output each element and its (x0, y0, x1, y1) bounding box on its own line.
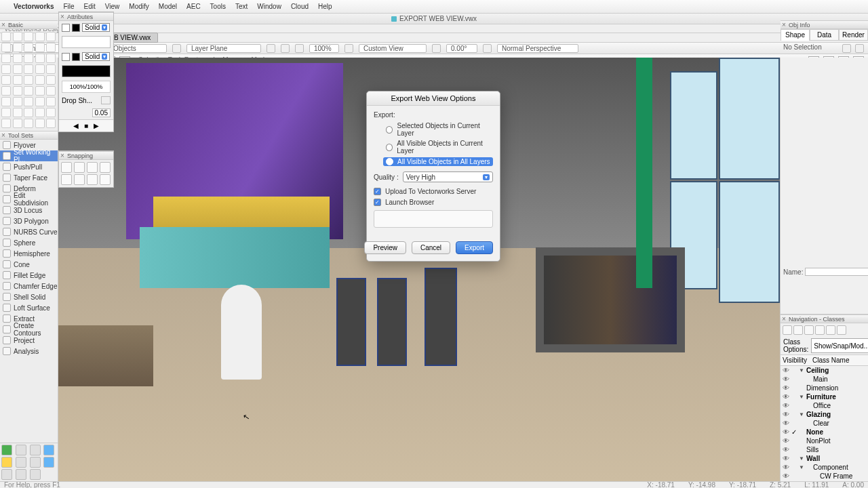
basic-tool-17[interactable] (24, 64, 33, 74)
toolset-shell-solid[interactable]: Shell Solid (0, 291, 58, 302)
tb-icon-7[interactable] (344, 44, 353, 53)
visibility-icon[interactable]: 👁 (782, 393, 790, 401)
visibility-icon[interactable]: 👁 (782, 375, 790, 383)
menu-modify[interactable]: Modify (129, 3, 149, 10)
lb-icon-11[interactable] (30, 469, 41, 480)
visibility-icon[interactable]: 👁 (782, 402, 790, 409)
basic-tool-6[interactable] (13, 43, 22, 52)
basic-tool-44[interactable] (46, 119, 56, 128)
basic-tool-38[interactable] (35, 108, 45, 117)
view-drop[interactable]: Custom View (359, 44, 427, 53)
class-component[interactable]: 👁▼Component (781, 463, 868, 472)
opacity-field[interactable]: 100%/100% (62, 81, 111, 93)
toolset-analysis[interactable]: Analysis (0, 346, 58, 357)
basic-tool-0[interactable] (1, 32, 11, 41)
basic-tool-14[interactable] (46, 54, 56, 63)
name-input[interactable] (805, 268, 868, 276)
objinfo-head[interactable]: Obj Info (781, 20, 868, 29)
lb-icon-6[interactable] (16, 457, 26, 468)
tb-icon-4[interactable] (267, 44, 275, 53)
tb-icon-9[interactable] (483, 44, 492, 53)
toolset-loft-surface[interactable]: Loft Surface (0, 302, 58, 313)
visibility-icon[interactable]: 👁 (782, 464, 790, 471)
menu-tools[interactable]: Tools (210, 3, 226, 10)
pen-drop[interactable]: Solid▾ (82, 52, 110, 61)
basic-tool-34[interactable] (46, 97, 56, 106)
lb-icon-7[interactable] (30, 457, 41, 468)
nav-icon-6[interactable] (837, 325, 846, 335)
lb-icon-4[interactable] (43, 445, 54, 455)
basic-tool-15[interactable] (1, 64, 11, 74)
class-furniture[interactable]: 👁▼Furniture (781, 392, 868, 401)
class-ceiling[interactable]: 👁▼Ceiling (781, 366, 868, 375)
visibility-icon[interactable]: 👁 (782, 411, 790, 418)
menu-view[interactable]: View (105, 3, 120, 10)
toolset-nurbs-curve[interactable]: NURBS Curve (0, 226, 58, 237)
visibility-icon[interactable]: 👁 (782, 367, 790, 374)
radio-visible-layer[interactable]: All Visible Objects in Current Layer (386, 140, 493, 155)
basic-tool-10[interactable] (1, 54, 11, 63)
visibility-icon[interactable]: 👁 (782, 420, 790, 427)
export-button[interactable]: Export (456, 241, 493, 254)
basic-tool-12[interactable] (24, 54, 33, 63)
menu-edit[interactable]: Edit (84, 3, 96, 10)
basic-palette-head[interactable]: Basic (0, 20, 58, 29)
check-launch[interactable]: ✓Launch Browser (374, 199, 493, 206)
angle-field[interactable]: 0.00° (446, 44, 477, 53)
fill-drop[interactable]: Solid▾ (82, 23, 110, 32)
cancel-button[interactable]: Cancel (412, 241, 450, 254)
basic-tool-42[interactable] (24, 119, 33, 128)
menu-window[interactable]: Window (257, 3, 281, 10)
class-clear[interactable]: 👁Clear (781, 419, 868, 428)
basic-tool-8[interactable] (35, 43, 45, 52)
basic-tool-40[interactable] (1, 119, 11, 128)
basic-tool-32[interactable] (24, 97, 33, 106)
basic-tool-4[interactable] (46, 32, 56, 41)
menu-file[interactable]: File (63, 3, 74, 10)
basic-tool-26[interactable] (13, 86, 22, 96)
class-office[interactable]: 👁Office (781, 401, 868, 410)
toolset-hemisphere[interactable]: Hemisphere (0, 248, 58, 259)
nav-icon-3[interactable] (804, 325, 814, 335)
lb-icon-10[interactable] (16, 469, 26, 480)
pen-preview[interactable] (62, 65, 111, 77)
tb-icon-8[interactable] (432, 44, 441, 53)
basic-tool-35[interactable] (1, 108, 11, 117)
toolset-sphere[interactable]: Sphere (0, 237, 58, 248)
basic-tool-7[interactable] (24, 43, 33, 52)
class-sills[interactable]: 👁Sills (781, 445, 868, 454)
class-main[interactable]: 👁Main (781, 375, 868, 384)
basic-tool-5[interactable] (1, 43, 11, 52)
tb-icon-5[interactable] (281, 44, 290, 53)
basic-tool-13[interactable] (35, 54, 45, 63)
radio-all-layers[interactable]: All Visible Objects in All Layers (383, 157, 493, 166)
basic-tool-30[interactable] (1, 97, 11, 106)
class-cw-frame[interactable]: 👁CW Frame (781, 472, 868, 481)
lb-icon-2[interactable] (16, 445, 26, 455)
visibility-icon[interactable]: 👁 (782, 446, 790, 453)
perspective-drop[interactable]: Normal Perspective (497, 44, 578, 53)
basic-tool-28[interactable] (35, 86, 45, 96)
zoom-drop[interactable]: 100% (309, 44, 339, 53)
toolset-fillet-edge[interactable]: Fillet Edge (0, 270, 58, 281)
pen-bg-swatch[interactable] (62, 53, 70, 61)
expand-icon[interactable]: ▼ (798, 367, 805, 373)
snapping-head[interactable]: Snapping (59, 151, 113, 160)
navigation-head[interactable]: Navigation - Classes (781, 314, 868, 323)
expand-icon[interactable]: ▼ (798, 464, 805, 470)
basic-tool-39[interactable] (46, 108, 56, 117)
basic-tool-36[interactable] (13, 108, 22, 117)
toolsets-palette-head[interactable]: Tool Sets (0, 131, 58, 140)
basic-tool-41[interactable] (13, 119, 22, 128)
basic-tool-29[interactable] (46, 86, 56, 96)
snap-4[interactable] (100, 162, 111, 173)
toolset-3d-polygon[interactable]: 3D Polygon (0, 216, 58, 226)
visibility-icon[interactable]: 👁 (782, 455, 790, 462)
snap-3[interactable] (87, 162, 98, 173)
toolset-taper-face[interactable]: Taper Face (0, 172, 58, 183)
lb-icon-8[interactable] (43, 457, 54, 468)
class-wall[interactable]: 👁▼Wall (781, 454, 868, 463)
menu-text[interactable]: Text (235, 3, 248, 10)
attributes-head[interactable]: Attributes (59, 12, 113, 21)
snap-6[interactable] (74, 174, 85, 185)
